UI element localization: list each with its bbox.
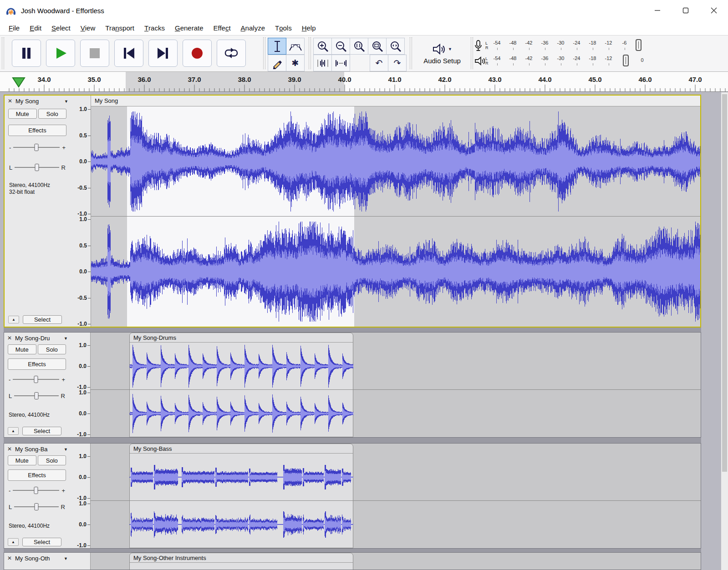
toolbar-grip[interactable] bbox=[309, 37, 311, 69]
clip-title-bar[interactable]: My Song-Bass bbox=[130, 444, 353, 454]
toolbar-grip[interactable] bbox=[263, 37, 265, 69]
track-menu-caret-icon[interactable]: ▼ bbox=[64, 447, 68, 452]
menu-analyze[interactable]: Analyze bbox=[236, 21, 270, 35]
recording-meter[interactable]: L R -54-48-42-36-30-24-18-12-6 bbox=[474, 38, 655, 53]
pan-slider[interactable]: L R bbox=[9, 162, 66, 173]
vertical-scale-ruler[interactable]: 1.00.0-1.01.00.0-1.0 bbox=[70, 333, 91, 437]
fit-project-button[interactable] bbox=[368, 38, 387, 55]
menu-tools[interactable]: Tools bbox=[270, 21, 297, 35]
gain-slider-thumb[interactable] bbox=[34, 376, 38, 383]
draw-tool-button[interactable] bbox=[268, 55, 286, 71]
gain-slider-thumb[interactable] bbox=[35, 144, 39, 151]
menu-view[interactable]: View bbox=[76, 21, 101, 35]
gain-slider[interactable]: - + bbox=[9, 485, 65, 496]
track-close-button[interactable]: ✕ bbox=[6, 334, 13, 342]
effects-button[interactable]: Effects bbox=[8, 358, 66, 370]
pan-slider-thumb[interactable] bbox=[34, 392, 38, 399]
track-close-button[interactable]: ✕ bbox=[6, 445, 13, 453]
collapse-button[interactable]: ▲ bbox=[8, 316, 19, 323]
pan-slider[interactable]: L R bbox=[9, 390, 65, 401]
menu-select[interactable]: Select bbox=[46, 21, 76, 35]
stop-button[interactable] bbox=[80, 40, 109, 67]
track-menu-caret-icon[interactable]: ▼ bbox=[64, 336, 68, 341]
playback-volume-slider[interactable] bbox=[623, 55, 629, 66]
track-title[interactable]: My Song-Oth bbox=[15, 555, 62, 562]
track-title[interactable]: My Song bbox=[15, 98, 62, 105]
timeline-ruler[interactable]: 34.035.036.037.038.039.040.041.042.043.0… bbox=[0, 72, 728, 92]
gain-slider-thumb[interactable] bbox=[34, 487, 38, 494]
menu-effect[interactable]: Effect bbox=[209, 21, 236, 35]
vertical-scrollbar[interactable] bbox=[721, 92, 728, 570]
select-button[interactable]: Select bbox=[22, 427, 61, 435]
audio-clip[interactable]: My Song-Other Instruments bbox=[129, 553, 353, 570]
effects-button[interactable]: Effects bbox=[8, 469, 66, 481]
playback-meter[interactable]: L R 0 -54-48-42-36-30-24-18-12 bbox=[474, 53, 655, 69]
zoom-out-button[interactable] bbox=[331, 38, 350, 55]
pause-button[interactable] bbox=[12, 40, 41, 67]
toolbar-grip[interactable] bbox=[2, 37, 4, 69]
minimize-button[interactable] bbox=[643, 0, 672, 21]
skip-to-start-button[interactable] bbox=[114, 40, 143, 67]
play-button[interactable] bbox=[46, 40, 75, 67]
playhead-pin-icon[interactable] bbox=[12, 77, 25, 88]
mute-button[interactable]: Mute bbox=[8, 109, 37, 119]
solo-button[interactable]: Solo bbox=[38, 455, 66, 465]
track-title[interactable]: My Song-Ba bbox=[15, 446, 62, 453]
vertical-scale-ruler[interactable]: 1.00.50.0-0.5-1.01.00.50.0-0.5-1.0 bbox=[70, 96, 91, 327]
silence-audio-button[interactable] bbox=[331, 55, 350, 71]
undo-button[interactable]: ↶ bbox=[370, 55, 388, 71]
gain-slider[interactable]: - + bbox=[9, 142, 66, 153]
skip-to-end-button[interactable] bbox=[148, 40, 178, 67]
track-menu-caret-icon[interactable]: ▼ bbox=[64, 99, 68, 104]
maximize-button[interactable] bbox=[672, 0, 700, 21]
track-separator[interactable] bbox=[4, 438, 701, 443]
vertical-scrollbar-thumb[interactable] bbox=[722, 94, 727, 472]
loop-button[interactable] bbox=[217, 40, 246, 67]
track-close-button[interactable]: ✕ bbox=[6, 555, 13, 562]
effects-button[interactable]: Effects bbox=[8, 125, 66, 136]
toolbar-grip[interactable] bbox=[471, 37, 473, 69]
track-close-button[interactable]: ✕ bbox=[6, 97, 14, 105]
menu-edit[interactable]: Edit bbox=[25, 21, 46, 35]
clip-title-bar[interactable]: My Song bbox=[91, 96, 700, 106]
collapse-button[interactable]: ▲ bbox=[8, 427, 19, 435]
gain-slider[interactable]: - + bbox=[9, 374, 65, 385]
vertical-scale-ruler[interactable] bbox=[70, 553, 91, 570]
mute-button[interactable]: Mute bbox=[8, 344, 36, 354]
audio-setup-button[interactable]: ▼ Audio Setup bbox=[415, 39, 469, 68]
pan-slider-thumb[interactable] bbox=[34, 503, 38, 510]
collapse-button[interactable]: ▲ bbox=[8, 538, 19, 546]
zoom-toggle-button[interactable] bbox=[386, 38, 405, 55]
pan-slider[interactable]: L R bbox=[9, 501, 65, 512]
select-button[interactable]: Select bbox=[22, 538, 61, 546]
menu-help[interactable]: Help bbox=[297, 21, 321, 35]
clip-title-bar[interactable]: My Song-Drums bbox=[130, 333, 353, 343]
solo-button[interactable]: Solo bbox=[38, 344, 66, 354]
redo-button[interactable]: ↷ bbox=[388, 55, 407, 71]
vertical-scale-ruler[interactable]: 1.00.0-1.01.00.0-1.0 bbox=[70, 444, 91, 548]
menu-tracks[interactable]: Tracks bbox=[139, 21, 170, 35]
waveform-area[interactable]: My Song bbox=[91, 96, 700, 327]
zoom-in-button[interactable] bbox=[313, 38, 332, 55]
recording-level-slider[interactable] bbox=[636, 39, 641, 51]
menu-transport[interactable]: Transport bbox=[100, 21, 139, 35]
track-menu-caret-icon[interactable]: ▼ bbox=[64, 556, 68, 561]
selection-tool-button[interactable] bbox=[268, 38, 286, 55]
track-separator[interactable] bbox=[4, 549, 701, 552]
toolbar-grip[interactable] bbox=[410, 37, 412, 69]
menu-file[interactable]: File bbox=[4, 21, 25, 35]
waveform-area[interactable]: My Song-Bass bbox=[91, 444, 701, 548]
waveform-area[interactable]: My Song-Other Instruments bbox=[91, 553, 701, 570]
mute-button[interactable]: Mute bbox=[8, 455, 36, 465]
track-title[interactable]: My Song-Dru bbox=[15, 335, 62, 342]
pan-slider-thumb[interactable] bbox=[35, 164, 39, 171]
solo-button[interactable]: Solo bbox=[38, 109, 67, 119]
close-button[interactable] bbox=[700, 0, 728, 21]
clip-title-bar[interactable]: My Song-Other Instruments bbox=[130, 553, 353, 563]
select-button[interactable]: Select bbox=[23, 315, 62, 324]
multi-tool-button[interactable]: ✱ bbox=[286, 55, 305, 71]
envelope-tool-button[interactable] bbox=[286, 38, 305, 55]
waveform-area[interactable]: My Song-Drums bbox=[91, 333, 701, 437]
zoom-selection-button[interactable] bbox=[350, 38, 368, 55]
menu-generate[interactable]: Generate bbox=[170, 21, 209, 35]
